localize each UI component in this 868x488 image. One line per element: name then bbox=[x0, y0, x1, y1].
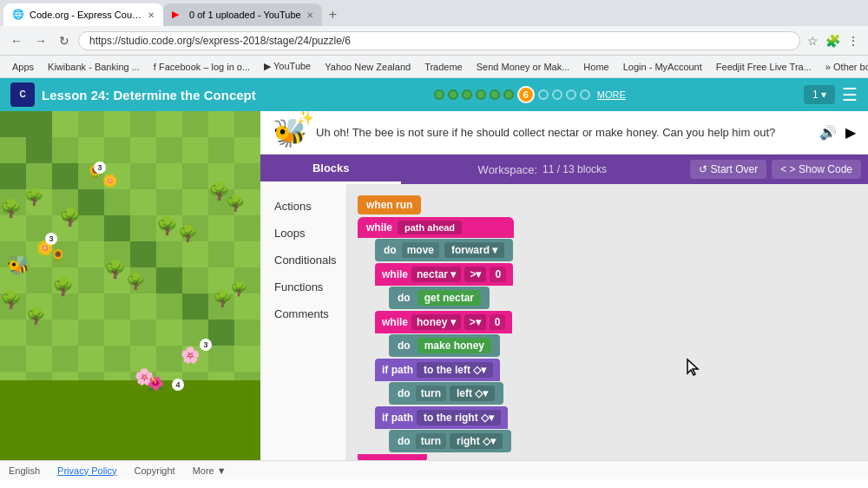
get-nectar-label: get nectar bbox=[418, 290, 481, 306]
privacy-link[interactable]: Privacy Policy bbox=[57, 465, 116, 476]
progress-dot-10[interactable] bbox=[566, 89, 576, 100]
honey-value[interactable]: 0 bbox=[490, 314, 506, 330]
tree-6: 🌳 bbox=[104, 259, 126, 280]
nectar-value[interactable]: 0 bbox=[490, 267, 506, 282]
flower-2: 🌻 bbox=[50, 248, 65, 262]
tree-4: 🌳 bbox=[0, 289, 22, 310]
tab-close-btn[interactable]: ✕ bbox=[148, 10, 155, 20]
lesson-bar: C Lesson 24: Determine the Concept 6 MOR… bbox=[0, 78, 868, 111]
language-selector[interactable]: English bbox=[9, 465, 40, 476]
flower-6: 🌺 bbox=[148, 376, 164, 392]
do-move-block[interactable]: do move forward ▾ bbox=[375, 238, 858, 262]
hamburger-btn[interactable]: ☰ bbox=[842, 84, 858, 105]
if-path-right-block[interactable]: if path to the right ◇▾ bbox=[375, 406, 858, 429]
bookmark-icon[interactable]: ☆ bbox=[806, 32, 820, 49]
instruction-text: Uh oh! The bee is not sure if he should … bbox=[316, 126, 811, 139]
back-btn[interactable]: ← bbox=[7, 32, 26, 49]
workspace-tab[interactable]: Workspace: 11 / 13 blocks bbox=[401, 155, 683, 184]
bookmark-login[interactable]: Login - MyAccount bbox=[618, 60, 707, 74]
honey-op-dropdown[interactable]: >▾ bbox=[464, 314, 486, 330]
when-run-block[interactable]: when run bbox=[358, 195, 858, 215]
more-link[interactable]: MORE bbox=[597, 89, 626, 100]
if-path-left-block[interactable]: if path to the left ◇▾ bbox=[375, 359, 858, 381]
progress-dot-8[interactable] bbox=[538, 89, 549, 100]
user-btn[interactable]: 1 ▾ bbox=[804, 85, 835, 104]
while-honey-block[interactable]: while honey ▾ >▾ 0 bbox=[375, 311, 858, 333]
progress-dot-2[interactable] bbox=[448, 89, 458, 100]
audio-btn[interactable]: 🔊 bbox=[819, 124, 837, 141]
bookmark-facebook[interactable]: f Facebook – log in o... bbox=[148, 60, 255, 74]
do-make-honey-block[interactable]: do make honey bbox=[389, 333, 858, 358]
forward-dropdown[interactable]: forward ▾ bbox=[444, 242, 504, 258]
bookmark-other[interactable]: » Other bookmarks bbox=[820, 60, 868, 74]
while-nectar-block[interactable]: while nectar ▾ >▾ 0 bbox=[375, 263, 858, 286]
category-comments[interactable]: Comments bbox=[260, 300, 346, 327]
svg-rect-5 bbox=[26, 137, 52, 163]
flower-4: 🌼 bbox=[102, 174, 117, 188]
nectar-dropdown[interactable]: nectar ▾ bbox=[411, 267, 461, 282]
show-code-btn[interactable]: < > Show Code bbox=[772, 160, 861, 179]
tree-10: 🌳 bbox=[230, 280, 247, 297]
do-turn-right-block[interactable]: do turn right ◇▾ bbox=[389, 429, 858, 453]
progress-dot-3[interactable] bbox=[462, 89, 472, 100]
progress-dot-9[interactable] bbox=[552, 89, 562, 100]
left-dropdown[interactable]: left ◇▾ bbox=[450, 386, 495, 401]
bookmark-feedjit[interactable]: Feedjit Free Live Tra... bbox=[711, 60, 817, 74]
extensions-icon[interactable]: 🧩 bbox=[824, 32, 842, 49]
while-path-ahead-block[interactable]: while path ahead bbox=[358, 217, 858, 238]
bookmark-trademe[interactable]: Trademe bbox=[419, 60, 468, 74]
copyright-text: Copyright bbox=[135, 465, 175, 476]
svg-rect-7 bbox=[78, 189, 104, 215]
left-path-dropdown[interactable]: to the left ◇▾ bbox=[417, 362, 493, 378]
progress-dot-5[interactable] bbox=[490, 89, 500, 100]
more-options[interactable]: More ▼ bbox=[193, 465, 227, 476]
category-actions[interactable]: Actions bbox=[260, 193, 346, 220]
bookmark-youtube[interactable]: ▶ YouTube bbox=[259, 59, 316, 74]
right-dropdown[interactable]: right ◇▾ bbox=[450, 433, 503, 449]
do-get-nectar-block[interactable]: do get nectar bbox=[389, 286, 858, 310]
progress-dot-4[interactable] bbox=[476, 89, 486, 100]
progress-dot-1[interactable] bbox=[434, 89, 444, 100]
bee-character: 🐝 bbox=[7, 254, 30, 277]
bookmark-kiwibank[interactable]: Kiwibank - Banking ... bbox=[43, 60, 145, 74]
bookmark-apps[interactable]: Apps bbox=[7, 60, 39, 74]
reload-btn[interactable]: ↻ bbox=[56, 32, 73, 49]
category-loops[interactable]: Loops bbox=[260, 220, 346, 247]
bookmark-send[interactable]: Send Money or Mak... bbox=[471, 60, 575, 74]
game-canvas: 🐝 🌼 🌻 🌻 🌼 🌸 🌺 🌸 3 3 4 3 🌳 🌳 🌳 🌳 🌳 🌳 🌳 🌳 bbox=[0, 111, 260, 460]
svg-rect-10 bbox=[156, 267, 182, 293]
forward-btn[interactable]: → bbox=[31, 32, 50, 49]
start-over-btn[interactable]: ↺ Start Over bbox=[690, 160, 766, 179]
num-badge-4: 3 bbox=[200, 339, 212, 351]
category-conditionals[interactable]: Conditionals bbox=[260, 247, 346, 274]
workspace-panel[interactable]: when run while path ahead d bbox=[347, 184, 868, 460]
tab2-close-btn[interactable]: ✕ bbox=[306, 10, 313, 20]
play-btn[interactable]: ▶ bbox=[845, 124, 856, 141]
tab2-title: 0 of 1 uploaded - YouTube bbox=[189, 10, 301, 20]
category-functions[interactable]: Functions bbox=[260, 274, 346, 300]
progress-dot-11[interactable] bbox=[580, 89, 590, 100]
address-bar[interactable] bbox=[78, 31, 800, 50]
header-btns: ↺ Start Over < > Show Code bbox=[683, 160, 868, 179]
num-badge-2: 3 bbox=[94, 162, 106, 174]
tree-5: 🌳 bbox=[26, 307, 45, 326]
nectar-op-dropdown[interactable]: >▾ bbox=[464, 267, 486, 282]
blocks-tab[interactable]: Blocks bbox=[260, 155, 401, 184]
do-turn-left-block[interactable]: do turn left ◇▾ bbox=[389, 381, 858, 406]
menu-icon[interactable]: ⋮ bbox=[845, 32, 861, 49]
progress-dot-6[interactable] bbox=[503, 89, 514, 100]
tree-9: 🌳 bbox=[213, 289, 232, 308]
svg-rect-13 bbox=[0, 163, 26, 189]
active-tab[interactable]: 🌐 Code.org - Express Course (201... ✕ bbox=[3, 3, 163, 26]
honey-dropdown[interactable]: honey ▾ bbox=[411, 314, 461, 330]
bookmark-yahoo[interactable]: Yahoo New Zealand bbox=[319, 60, 416, 74]
tree-1: 🌳 bbox=[0, 198, 22, 219]
make-honey-label: make honey bbox=[418, 338, 491, 353]
new-tab-btn[interactable]: + bbox=[322, 7, 344, 23]
right-path-dropdown[interactable]: to the right ◇▾ bbox=[417, 410, 501, 425]
inactive-tab[interactable]: ▶ 0 of 1 uploaded - YouTube ✕ bbox=[163, 3, 322, 26]
codeorg-logo: C bbox=[10, 82, 35, 107]
bookmark-home[interactable]: Home bbox=[578, 60, 614, 74]
flower-7: 🌸 bbox=[181, 346, 200, 365]
path-ahead-value[interactable]: path ahead bbox=[398, 221, 462, 234]
